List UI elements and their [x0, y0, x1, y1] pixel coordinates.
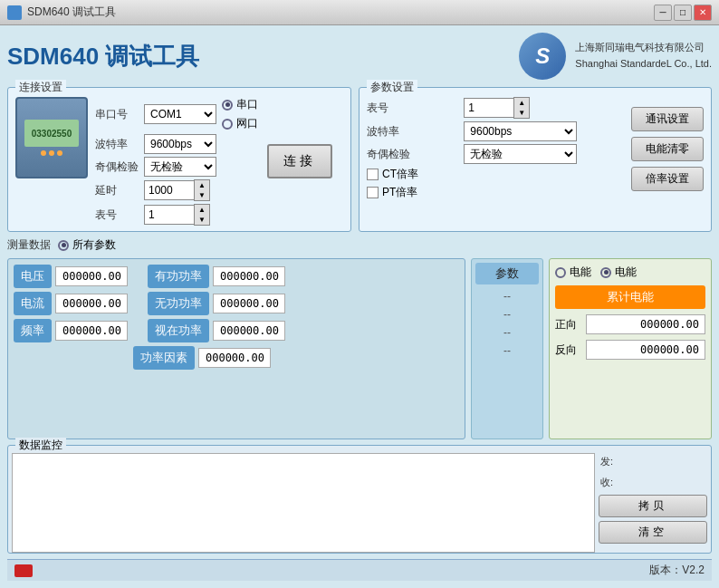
monitor-inner: 发: 收: 拷贝 清空: [12, 453, 707, 553]
delay-spin[interactable]: ▲ ▼: [144, 179, 216, 201]
params-dash-1: --: [503, 290, 511, 303]
status-indicator: [14, 564, 33, 577]
monitor-title: 数据监控: [15, 438, 66, 453]
comm-settings-button[interactable]: 通讯设置: [631, 107, 704, 131]
delay-spin-buttons: ▲ ▼: [194, 179, 210, 201]
net-radio[interactable]: [222, 119, 233, 130]
energy-radio-btn-1[interactable]: [555, 267, 566, 278]
params-dash-3: --: [503, 326, 511, 339]
copy-button[interactable]: 拷贝: [599, 495, 707, 517]
forward-value: 000000.00: [586, 314, 705, 334]
port-dot-2: [49, 150, 54, 156]
active-power-name: 有功功率: [148, 265, 209, 288]
energy-clear-button[interactable]: 电能清零: [631, 137, 704, 161]
header-section: SDM640 调试工具 S 上海斯同瑞电气科技有限公司 Shanghai Sta…: [7, 33, 712, 80]
voltage-name: 电压: [14, 265, 52, 288]
frequency-item: 频率 000000.00: [14, 319, 128, 342]
app-title: SDM640 调试工具: [7, 41, 519, 72]
serial-radio[interactable]: [222, 100, 233, 111]
p-table-spin[interactable]: ▲ ▼: [464, 97, 576, 119]
energy-radio-1[interactable]: 电能: [555, 265, 591, 280]
p-parity-label: 奇偶检验: [367, 147, 458, 162]
port-dot-3: [57, 150, 62, 156]
active-power-item: 有功功率 000000.00: [148, 265, 285, 288]
company-name-en: Shanghai StandardeL Co., Ltd.: [575, 56, 712, 72]
version-text: 版本：V2.2: [649, 563, 705, 578]
power-factor-item: 功率因素 000000.00: [133, 346, 271, 370]
port-label: 串口号: [95, 107, 139, 122]
forward-energy-row: 正向 000000.00: [555, 314, 705, 334]
energy-tab-label-1: 电能: [570, 265, 591, 280]
reverse-energy-row: 反向 000000.00: [555, 340, 705, 360]
recv-info: 收:: [599, 474, 707, 491]
pt-checkbox[interactable]: [367, 187, 379, 198]
baud-select[interactable]: 9600bps19200bps: [144, 134, 216, 154]
port-select[interactable]: COM1COM2: [144, 104, 216, 124]
power-factor-name: 功率因素: [133, 346, 195, 370]
p-table-up-btn[interactable]: ▲: [514, 98, 529, 108]
p-table-down-btn[interactable]: ▼: [514, 108, 529, 118]
pt-checkbox-item[interactable]: PT倍率: [367, 185, 458, 200]
all-params-radio-item[interactable]: 所有参数: [58, 237, 116, 253]
serial-label: 串口: [236, 97, 258, 112]
p-parity-select[interactable]: 无检验奇校验: [464, 144, 576, 164]
ct-checkbox-item[interactable]: CT倍率: [367, 167, 458, 182]
power-factor-value: 000000.00: [198, 348, 271, 368]
device-screen: 03302550: [24, 120, 79, 147]
table-down-btn[interactable]: ▼: [195, 215, 209, 225]
params-buttons: 通讯设置 电能清零 倍率设置: [631, 97, 704, 200]
connection-form-area: 串口号 COM1COM2 串口: [95, 97, 332, 226]
device-image: 03302550: [15, 97, 88, 178]
energy-radio-btn-2[interactable]: [600, 267, 611, 278]
apparent-power-name: 视在功率: [148, 319, 209, 342]
delay-up-btn[interactable]: ▲: [195, 180, 209, 190]
apparent-power-item: 视在功率 000000.00: [148, 319, 285, 342]
connect-button[interactable]: 连接: [267, 144, 332, 178]
all-params-radio[interactable]: [58, 240, 69, 251]
device-ports: [41, 150, 62, 156]
params-dash-4: --: [503, 344, 511, 357]
logo-area: S 上海斯同瑞电气科技有限公司 Shanghai StandardeL Co.,…: [519, 33, 712, 80]
maximize-button[interactable]: □: [674, 5, 692, 21]
company-logo: S: [519, 33, 566, 80]
connection-type-group: 串口 网口: [222, 97, 258, 131]
p-baud-label: 波特率: [367, 124, 458, 140]
params-column: 参数 -- -- -- --: [471, 258, 543, 439]
all-params-label: 所有参数: [72, 237, 116, 253]
close-button[interactable]: ✕: [694, 5, 712, 21]
forward-label: 正向: [555, 317, 580, 333]
table-input[interactable]: [144, 205, 194, 225]
delay-input[interactable]: [144, 180, 194, 200]
params-panel: 参数设置 表号 ▲ ▼ 波特率: [359, 87, 712, 232]
monitor-section: 数据监控 发: 收: 拷贝 清空: [7, 445, 712, 554]
parity-select[interactable]: 无检验奇校验偶校验: [144, 157, 216, 177]
params-dash-2: --: [503, 308, 511, 321]
energy-radio-2[interactable]: 电能: [600, 265, 637, 280]
measure-bar: 测量数据 所有参数: [7, 237, 712, 253]
net-radio-item[interactable]: 网口: [222, 116, 258, 131]
connection-panel: 连接设置 03302550 串口号: [7, 87, 351, 232]
reactive-power-item: 无功功率 000000.00: [148, 292, 285, 315]
clear-button[interactable]: 清空: [599, 521, 707, 544]
p-baud-select[interactable]: 9600bps19200bps: [464, 121, 576, 141]
delay-down-btn[interactable]: ▼: [195, 190, 209, 200]
minimize-button[interactable]: ─: [654, 5, 672, 21]
ct-label: CT倍率: [382, 167, 418, 182]
table-up-btn[interactable]: ▲: [195, 205, 209, 215]
current-name: 电流: [14, 292, 52, 315]
title-bar-text: SDM640 调试工具: [27, 5, 654, 20]
ct-checkbox[interactable]: [367, 169, 379, 180]
title-bar: SDM640 调试工具 ─ □ ✕: [0, 0, 719, 25]
company-name-cn: 上海斯同瑞电气科技有限公司: [575, 40, 712, 56]
p-table-input[interactable]: [464, 98, 513, 118]
table-spin[interactable]: ▲ ▼: [144, 204, 216, 226]
frequency-name: 频率: [14, 319, 52, 342]
energy-section: 电能 电能 累计电能 正向 000000.00 反向 000000.00: [549, 258, 712, 439]
p-table-label: 表号: [367, 101, 458, 116]
cumulative-energy-button[interactable]: 累计电能: [555, 285, 705, 309]
rate-settings-button[interactable]: 倍率设置: [631, 167, 704, 191]
main-window: SDM640 调试工具 S 上海斯同瑞电气科技有限公司 Shanghai Sta…: [0, 25, 719, 588]
monitor-log[interactable]: [12, 453, 595, 553]
measurements-panel: 电压 000000.00 有功功率 000000.00 电流 000000.00: [7, 258, 465, 439]
serial-radio-item[interactable]: 串口: [222, 97, 258, 112]
